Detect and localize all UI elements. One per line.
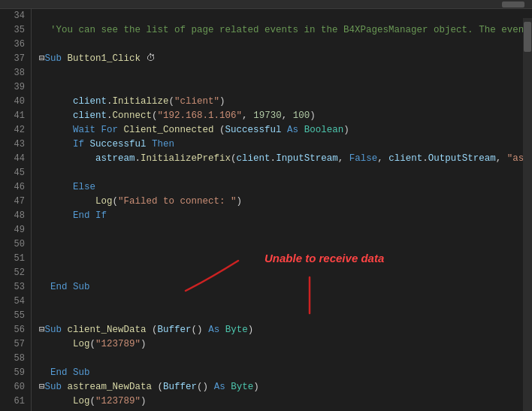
line-num-38: 38 [0,66,25,80]
line-num-43: 43 [0,138,25,152]
line-num-53: 53 [0,280,25,295]
line-numbers: 34 35 36 37 38 39 40 41 42 43 44 45 46 4… [0,9,32,411]
code-line-43: If Successful Then [39,138,532,152]
code-line-57: Log("123789") [39,337,532,352]
code-line-46: Else [39,180,532,195]
line-num-36: 36 [0,38,25,52]
code-line-61: Log("123789") [39,394,532,409]
code-content[interactable]: 'You can see the list of page related ev… [32,9,532,411]
line-num-34: 34 [0,9,25,23]
line-num-57: 57 [0,337,25,352]
code-line-41: client.Connect("192.168.1.106", 19730, 1… [39,109,532,123]
line-num-41: 41 [0,109,25,123]
code-line-55 [39,309,532,323]
code-line-56: ⊟Sub client_NewData (Buffer() As Byte) [39,323,532,337]
code-line-34 [39,9,532,23]
code-line-37: ⊟Sub Button1_Click ⏱ [39,52,532,66]
code-line-39 [39,80,532,95]
line-num-51: 51 [0,252,25,266]
line-num-50: 50 [0,237,25,252]
code-line-47: Log("Failed to connect: ") [39,195,532,209]
code-line-51 [39,252,532,266]
code-line-49 [39,223,532,237]
line-num-59: 59 [0,366,25,380]
line-num-55: 55 [0,309,25,323]
line-num-42: 42 [0,123,25,138]
code-line-50 [39,237,532,252]
line-num-35: 35 [0,23,25,38]
line-num-60: 60 [0,380,25,394]
line-num-56: 56 [0,323,25,337]
line-num-44: 44 [0,152,25,166]
line-num-49: 49 [0,223,25,237]
code-line-44: astream.InitializePrefix(client.InputStr… [39,152,532,166]
line-num-39: 39 [0,80,25,95]
code-line-53: End Sub [39,280,532,295]
code-line-58 [39,352,532,366]
code-line-54 [39,295,532,309]
code-line-48: End If [39,209,532,223]
scrollbar-top[interactable] [0,0,532,9]
code-line-36 [39,38,532,52]
editor-container: 34 35 36 37 38 39 40 41 42 43 44 45 46 4… [0,0,532,411]
line-num-52: 52 [0,266,25,280]
line-num-48: 48 [0,209,25,223]
line-num-40: 40 [0,95,25,109]
line-num-45: 45 [0,166,25,180]
scrollbar-right-thumb[interactable] [524,22,531,52]
scrollbar-thumb-top[interactable] [502,2,524,8]
code-line-38 [39,66,532,80]
line-num-61: 61 [0,394,25,409]
code-line-60: ⊟Sub astream_NewData (Buffer() As Byte) [39,380,532,394]
code-line-40: client.Initialize("client") [39,95,532,109]
line-num-46: 46 [0,180,25,195]
code-line-35: 'You can see the list of page related ev… [39,23,532,38]
line-num-58: 58 [0,352,25,366]
code-area: 34 35 36 37 38 39 40 41 42 43 44 45 46 4… [0,9,532,411]
code-line-42: Wait For Client_Connected (Successful As… [39,123,532,138]
code-line-45 [39,166,532,180]
line-num-37: 37 [0,52,25,66]
line-num-54: 54 [0,295,25,309]
code-line-59: End Sub [39,366,532,380]
scrollbar-right[interactable] [523,18,532,411]
code-line-52 [39,266,532,280]
line-num-47: 47 [0,195,25,209]
